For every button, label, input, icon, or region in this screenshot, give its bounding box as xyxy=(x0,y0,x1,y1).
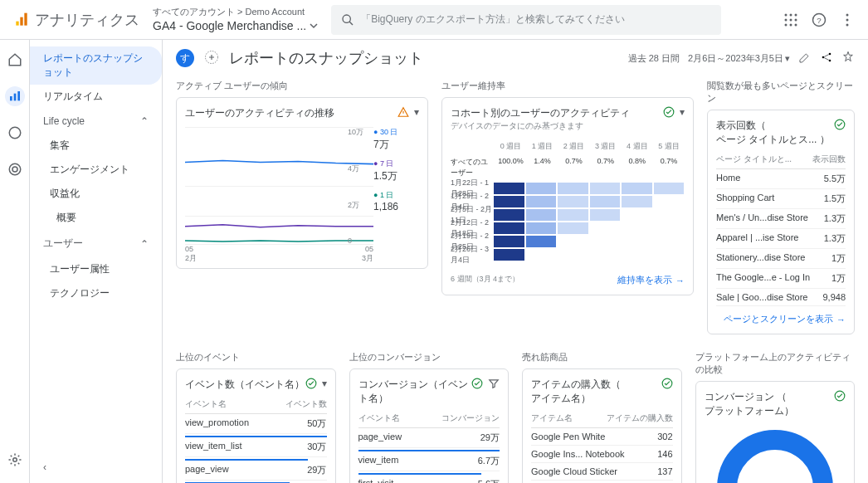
help-icon[interactable]: ? xyxy=(812,12,827,27)
svg-point-8 xyxy=(785,18,788,21)
pages-link[interactable]: ページとスクリーンを表示 → xyxy=(716,313,846,325)
svg-point-24 xyxy=(9,163,21,175)
nav-lifecycle[interactable]: Life cycle⌃ xyxy=(30,109,162,134)
check-icon xyxy=(661,378,673,389)
table-row: Google Ins... Notebook146 xyxy=(531,446,673,463)
svg-point-22 xyxy=(9,127,21,139)
chevron-up-icon: ⌃ xyxy=(140,238,149,250)
table-row: first_visit5.6万 xyxy=(358,475,500,483)
more-icon[interactable] xyxy=(840,12,855,27)
all-users-chip[interactable]: す xyxy=(176,49,194,67)
svg-point-16 xyxy=(846,13,849,16)
nav-user[interactable]: ユーザー⌃ xyxy=(30,230,162,257)
trend-chart: 052月053月 ● 30 日7万 ● 7 日1.5万 ● 1 日1,186 1… xyxy=(185,127,419,260)
nav-engagement[interactable]: エンゲージメント xyxy=(30,158,162,182)
card-menu-icon[interactable]: ▾ xyxy=(680,106,685,118)
retention-link[interactable]: 維持率を表示 → xyxy=(617,274,685,286)
table-row: view_item6.7万 xyxy=(358,451,500,471)
nav-collapse[interactable]: ‹ xyxy=(43,461,46,473)
svg-point-25 xyxy=(12,458,17,462)
card-menu-icon[interactable]: ▾ xyxy=(414,106,419,118)
table-row: The Google...e - Log In1万 xyxy=(716,269,846,289)
brand-logo: アナリティクス xyxy=(13,10,139,30)
svg-point-29 xyxy=(829,60,831,62)
property-name: GA4 - Google Merchandise ... xyxy=(153,18,306,33)
card-menu-icon[interactable]: ▾ xyxy=(322,378,327,389)
apps-icon[interactable] xyxy=(783,12,798,27)
check-icon xyxy=(471,378,483,389)
table-row: page_view29万 xyxy=(358,428,500,448)
svg-point-28 xyxy=(829,53,831,56)
rail-admin[interactable] xyxy=(5,450,25,470)
search-input[interactable]: 「BigQuery のエクスポート方法」と検索してみてください xyxy=(331,5,721,35)
table-row: page_view29万 xyxy=(185,461,327,481)
platform-card: コンバージョン （プラットフォーム） ■ WEB100.0% ユーザーの環境の詳… xyxy=(695,381,856,483)
cohort-card: コホート別のユーザーのアクティビティデバイスのデータにのみ基づきます ▾ 0 週… xyxy=(441,97,694,295)
share-icon[interactable] xyxy=(820,51,833,66)
cohort-row: 2月26日 - 3月4日 xyxy=(451,249,685,261)
anomaly-icon[interactable] xyxy=(397,106,409,118)
events-card: イベント数（イベント名）▾ イベント名イベント数 view_promotion5… xyxy=(176,368,336,483)
account-path: すべてのアカウント > Demo Account xyxy=(153,6,318,17)
rail-explore[interactable] xyxy=(5,123,25,143)
rail-home[interactable] xyxy=(5,50,25,70)
svg-rect-0 xyxy=(16,21,18,25)
svg-point-27 xyxy=(822,56,825,59)
main-content: す レポートのスナップショット 過去 28 日間 2月6日～2023年3月5日 … xyxy=(163,40,868,483)
cohort-title: コホート別のユーザーのアクティビティ xyxy=(451,106,630,120)
check-icon xyxy=(834,119,846,130)
svg-line-4 xyxy=(349,22,353,25)
nav-realtime[interactable]: リアルタイム xyxy=(30,85,162,109)
caret-down-icon: ▾ xyxy=(785,53,790,64)
nav-monetization[interactable]: 収益化 xyxy=(30,182,162,206)
rail-reports[interactable] xyxy=(5,86,25,106)
svg-rect-21 xyxy=(17,91,20,100)
rail-ads[interactable] xyxy=(5,159,25,179)
date-range-picker[interactable]: 2月6日～2023年3月5日 ▾ xyxy=(688,52,790,65)
nav-user-attr[interactable]: ユーザー属性 xyxy=(30,257,162,281)
page-title: レポートのスナップショット xyxy=(229,48,423,68)
period-label: 過去 28 日間 xyxy=(628,52,680,65)
table-row: Google Pen White302 xyxy=(531,428,673,446)
search-icon xyxy=(341,13,354,27)
svg-rect-2 xyxy=(24,12,27,25)
filter-icon[interactable] xyxy=(488,378,500,389)
section-retention-title: ユーザー維持率 xyxy=(441,80,694,92)
svg-text:?: ? xyxy=(817,15,822,24)
check-icon xyxy=(305,378,317,389)
svg-point-9 xyxy=(790,18,792,21)
check-icon xyxy=(663,106,675,118)
svg-point-13 xyxy=(795,23,797,26)
caret-down-icon xyxy=(310,22,318,30)
trend-card-title: ユーザーのアクティビティの推移 xyxy=(185,106,334,120)
table-row: Apparel | ...ise Store1.3万 xyxy=(716,229,846,249)
nav-acquisition[interactable]: 集客 xyxy=(30,134,162,158)
section-trend-title: アクティブ ユーザーの傾向 xyxy=(176,80,428,92)
svg-point-11 xyxy=(785,23,788,26)
nav-tech[interactable]: テクノロジー xyxy=(30,281,162,305)
nav-snapshot[interactable]: レポートのスナップショット xyxy=(30,46,162,85)
svg-point-18 xyxy=(846,23,849,26)
nav-overview[interactable]: 概要 xyxy=(30,206,162,230)
table-row: Home5.5万 xyxy=(716,169,846,189)
svg-point-23 xyxy=(12,167,17,172)
donut-chart xyxy=(717,430,833,483)
svg-point-3 xyxy=(343,15,350,22)
table-row: Sale | Goo...dise Store9,948 xyxy=(716,289,846,306)
svg-point-5 xyxy=(785,13,788,16)
svg-point-12 xyxy=(790,23,792,26)
table-row: Google Cloud Sticker137 xyxy=(531,463,673,481)
table-row: Shopping Cart1.5万 xyxy=(716,189,846,209)
table-row: Stationery...dise Store1万 xyxy=(716,249,846,269)
insights-icon[interactable] xyxy=(841,51,855,66)
pages-card: 表示回数（ページ タイトルとス... ） ページ タイトルと...表示回数 Ho… xyxy=(707,110,855,334)
svg-rect-1 xyxy=(20,17,22,25)
property-selector[interactable]: すべてのアカウント > Demo Account GA4 - Google Me… xyxy=(153,6,318,32)
brand-name: アナリティクス xyxy=(35,10,139,30)
svg-rect-20 xyxy=(13,94,16,101)
add-segment-button[interactable] xyxy=(204,50,219,67)
trend-card: ユーザーのアクティビティの推移 ▾ xyxy=(176,97,428,269)
edit-icon[interactable] xyxy=(798,51,812,66)
svg-point-17 xyxy=(846,18,849,21)
svg-point-10 xyxy=(795,18,797,21)
